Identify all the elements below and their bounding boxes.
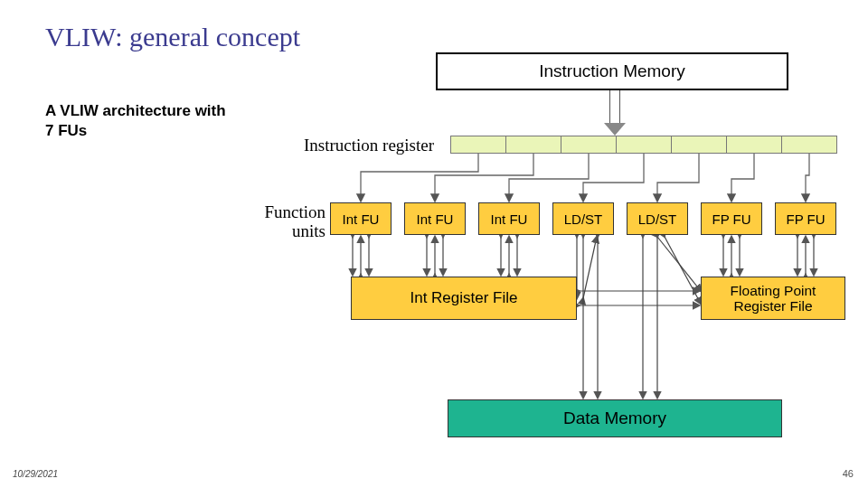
svg-line-10: [583, 237, 597, 298]
fu-box: Int FU: [478, 202, 540, 235]
ir-slot: [671, 136, 727, 154]
fu-box: Int FU: [404, 202, 466, 235]
ir-slot: [505, 136, 561, 154]
svg-line-12: [665, 237, 701, 304]
ir-slot: [561, 136, 617, 154]
svg-line-11: [657, 237, 701, 291]
fp-register-file-box: Floating Point Register File: [701, 277, 845, 320]
int-register-file-box: Int Register File: [351, 277, 577, 320]
footer-date: 10/29/2021: [13, 469, 58, 479]
ir-slot: [450, 136, 506, 154]
function-units-label: Function units: [260, 203, 326, 241]
instruction-register-label: Instruction register: [304, 136, 434, 155]
data-memory-box: Data Memory: [448, 399, 782, 437]
instruction-memory-box: Instruction Memory: [436, 52, 788, 90]
slide-subtitle: A VLIW architecture with 7 FUs: [45, 101, 226, 141]
ir-slot: [781, 136, 837, 154]
fu-box: Int FU: [330, 202, 392, 235]
ir-slot: [726, 136, 782, 154]
slide-title: VLIW: general concept: [45, 22, 300, 52]
arrow-down-icon: [606, 90, 624, 136]
footer-page-number: 46: [843, 468, 854, 479]
ir-slot: [616, 136, 672, 154]
instruction-register-row: [450, 136, 836, 154]
fu-box: FP FU: [775, 202, 836, 235]
fu-box: FP FU: [701, 202, 762, 235]
fu-box: LD/ST: [552, 202, 614, 235]
fu-box: LD/ST: [627, 202, 688, 235]
function-unit-row: Int FU Int FU Int FU LD/ST LD/ST FP FU F…: [330, 202, 849, 235]
